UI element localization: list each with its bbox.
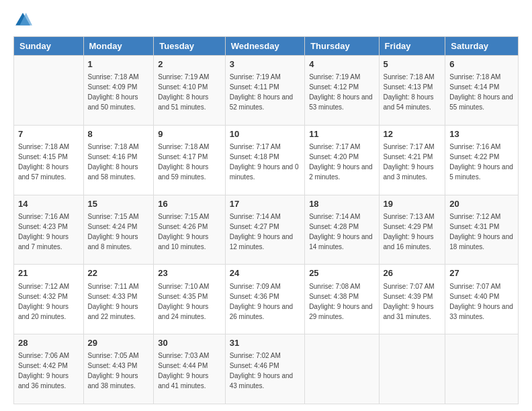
day-cell: 7Sunrise: 7:18 AMSunset: 4:15 PMDaylight… <box>14 125 84 195</box>
day-cell <box>14 56 84 126</box>
cell-info: Sunrise: 7:02 AMSunset: 4:46 PMDaylight:… <box>230 351 300 391</box>
day-number: 18 <box>309 198 374 210</box>
page: SundayMondayTuesdayWednesdayThursdayFrid… <box>0 0 532 411</box>
cell-info: Sunrise: 7:07 AMSunset: 4:39 PMDaylight:… <box>384 281 441 322</box>
cell-info: Sunrise: 7:03 AMSunset: 4:44 PMDaylight:… <box>158 351 220 391</box>
day-cell: 25Sunrise: 7:08 AMSunset: 4:38 PMDayligh… <box>305 265 379 334</box>
day-number: 29 <box>88 337 150 349</box>
logo-icon <box>13 11 32 30</box>
header-cell-friday: Friday <box>379 37 445 56</box>
cell-info: Sunrise: 7:06 AMSunset: 4:42 PMDaylight:… <box>18 351 79 391</box>
cell-info: Sunrise: 7:11 AMSunset: 4:33 PMDaylight:… <box>88 281 150 322</box>
day-cell: 28Sunrise: 7:06 AMSunset: 4:42 PMDayligh… <box>14 334 84 404</box>
cell-info: Sunrise: 7:12 AMSunset: 4:32 PMDaylight:… <box>18 281 79 322</box>
calendar-header: SundayMondayTuesdayWednesdayThursdayFrid… <box>14 37 519 56</box>
day-number: 23 <box>158 267 220 279</box>
cell-info: Sunrise: 7:15 AMSunset: 4:24 PMDaylight:… <box>88 212 150 252</box>
cell-info: Sunrise: 7:19 AMSunset: 4:12 PMDaylight:… <box>309 72 374 112</box>
day-cell: 6Sunrise: 7:18 AMSunset: 4:14 PMDaylight… <box>445 56 519 126</box>
day-cell: 31Sunrise: 7:02 AMSunset: 4:46 PMDayligh… <box>225 334 304 404</box>
day-number: 27 <box>449 267 514 279</box>
cell-info: Sunrise: 7:18 AMSunset: 4:15 PMDaylight:… <box>18 142 79 182</box>
day-cell: 24Sunrise: 7:09 AMSunset: 4:36 PMDayligh… <box>225 265 304 334</box>
cell-info: Sunrise: 7:08 AMSunset: 4:38 PMDaylight:… <box>309 281 374 322</box>
header <box>13 11 519 30</box>
day-cell: 11Sunrise: 7:17 AMSunset: 4:20 PMDayligh… <box>305 125 379 195</box>
day-cell: 9Sunrise: 7:18 AMSunset: 4:17 PMDaylight… <box>154 125 225 195</box>
calendar-body: 1Sunrise: 7:18 AMSunset: 4:09 PMDaylight… <box>14 56 519 404</box>
day-number: 25 <box>309 267 374 279</box>
day-number: 19 <box>384 198 441 210</box>
cell-info: Sunrise: 7:10 AMSunset: 4:35 PMDaylight:… <box>158 281 220 322</box>
cell-info: Sunrise: 7:05 AMSunset: 4:43 PMDaylight:… <box>88 351 150 391</box>
cell-info: Sunrise: 7:17 AMSunset: 4:18 PMDaylight:… <box>230 142 300 182</box>
day-cell: 14Sunrise: 7:16 AMSunset: 4:23 PMDayligh… <box>14 195 84 265</box>
day-number: 26 <box>384 267 441 279</box>
day-number: 8 <box>88 128 150 140</box>
day-number: 28 <box>18 337 79 349</box>
cell-info: Sunrise: 7:19 AMSunset: 4:11 PMDaylight:… <box>230 72 300 112</box>
cell-info: Sunrise: 7:15 AMSunset: 4:26 PMDaylight:… <box>158 212 220 252</box>
header-cell-saturday: Saturday <box>445 37 519 56</box>
week-row-1: 1Sunrise: 7:18 AMSunset: 4:09 PMDaylight… <box>14 56 519 126</box>
day-cell: 29Sunrise: 7:05 AMSunset: 4:43 PMDayligh… <box>83 334 154 404</box>
day-cell: 2Sunrise: 7:19 AMSunset: 4:10 PMDaylight… <box>154 56 225 126</box>
day-number: 6 <box>449 58 514 71</box>
day-number: 11 <box>309 128 374 140</box>
day-cell: 17Sunrise: 7:14 AMSunset: 4:27 PMDayligh… <box>225 195 304 265</box>
cell-info: Sunrise: 7:09 AMSunset: 4:36 PMDaylight:… <box>230 281 300 322</box>
cell-info: Sunrise: 7:14 AMSunset: 4:27 PMDaylight:… <box>230 212 300 252</box>
cell-info: Sunrise: 7:19 AMSunset: 4:10 PMDaylight:… <box>158 72 220 112</box>
cell-info: Sunrise: 7:18 AMSunset: 4:16 PMDaylight:… <box>88 142 150 182</box>
day-number: 10 <box>230 128 300 140</box>
header-cell-thursday: Thursday <box>305 37 379 56</box>
day-number: 4 <box>309 58 374 71</box>
cell-info: Sunrise: 7:12 AMSunset: 4:31 PMDaylight:… <box>449 212 514 252</box>
day-number: 30 <box>158 337 220 349</box>
day-cell: 16Sunrise: 7:15 AMSunset: 4:26 PMDayligh… <box>154 195 225 265</box>
day-cell: 22Sunrise: 7:11 AMSunset: 4:33 PMDayligh… <box>83 265 154 334</box>
cell-info: Sunrise: 7:18 AMSunset: 4:14 PMDaylight:… <box>449 72 514 112</box>
week-row-5: 28Sunrise: 7:06 AMSunset: 4:42 PMDayligh… <box>14 334 519 404</box>
day-number: 1 <box>88 58 150 71</box>
day-number: 20 <box>449 198 514 210</box>
day-cell: 18Sunrise: 7:14 AMSunset: 4:28 PMDayligh… <box>305 195 379 265</box>
day-cell: 26Sunrise: 7:07 AMSunset: 4:39 PMDayligh… <box>379 265 445 334</box>
header-cell-sunday: Sunday <box>14 37 84 56</box>
cell-info: Sunrise: 7:17 AMSunset: 4:21 PMDaylight:… <box>384 142 441 182</box>
day-number: 22 <box>88 267 150 279</box>
day-cell <box>305 334 379 404</box>
header-cell-wednesday: Wednesday <box>225 37 304 56</box>
day-cell <box>379 334 445 404</box>
day-number: 3 <box>230 58 300 71</box>
day-number: 16 <box>158 198 220 210</box>
cell-info: Sunrise: 7:07 AMSunset: 4:40 PMDaylight:… <box>449 281 514 322</box>
day-cell <box>445 334 519 404</box>
day-number: 21 <box>18 267 79 279</box>
header-row: SundayMondayTuesdayWednesdayThursdayFrid… <box>14 37 519 56</box>
day-cell: 27Sunrise: 7:07 AMSunset: 4:40 PMDayligh… <box>445 265 519 334</box>
day-number: 24 <box>230 267 300 279</box>
day-cell: 13Sunrise: 7:16 AMSunset: 4:22 PMDayligh… <box>445 125 519 195</box>
day-cell: 5Sunrise: 7:18 AMSunset: 4:13 PMDaylight… <box>379 56 445 126</box>
day-number: 17 <box>230 198 300 210</box>
day-cell: 4Sunrise: 7:19 AMSunset: 4:12 PMDaylight… <box>305 56 379 126</box>
day-number: 14 <box>18 198 79 210</box>
logo <box>13 11 35 30</box>
cell-info: Sunrise: 7:17 AMSunset: 4:20 PMDaylight:… <box>309 142 374 182</box>
day-cell: 30Sunrise: 7:03 AMSunset: 4:44 PMDayligh… <box>154 334 225 404</box>
cell-info: Sunrise: 7:13 AMSunset: 4:29 PMDaylight:… <box>384 212 441 252</box>
day-cell: 20Sunrise: 7:12 AMSunset: 4:31 PMDayligh… <box>445 195 519 265</box>
calendar-table: SundayMondayTuesdayWednesdayThursdayFrid… <box>13 36 519 404</box>
day-cell: 15Sunrise: 7:15 AMSunset: 4:24 PMDayligh… <box>83 195 154 265</box>
day-cell: 1Sunrise: 7:18 AMSunset: 4:09 PMDaylight… <box>83 56 154 126</box>
week-row-4: 21Sunrise: 7:12 AMSunset: 4:32 PMDayligh… <box>14 265 519 334</box>
day-cell: 19Sunrise: 7:13 AMSunset: 4:29 PMDayligh… <box>379 195 445 265</box>
cell-info: Sunrise: 7:16 AMSunset: 4:23 PMDaylight:… <box>18 212 79 252</box>
day-cell: 21Sunrise: 7:12 AMSunset: 4:32 PMDayligh… <box>14 265 84 334</box>
day-number: 15 <box>88 198 150 210</box>
week-row-3: 14Sunrise: 7:16 AMSunset: 4:23 PMDayligh… <box>14 195 519 265</box>
header-cell-tuesday: Tuesday <box>154 37 225 56</box>
cell-info: Sunrise: 7:14 AMSunset: 4:28 PMDaylight:… <box>309 212 374 252</box>
day-number: 2 <box>158 58 220 71</box>
